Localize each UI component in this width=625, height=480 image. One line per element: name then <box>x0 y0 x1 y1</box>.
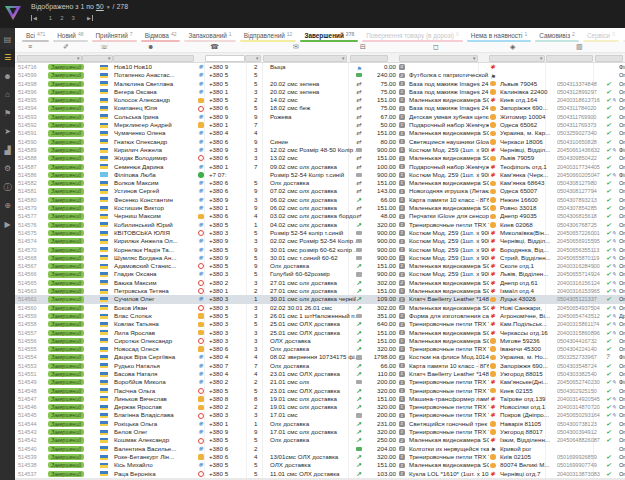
check-icon[interactable] <box>606 229 616 236</box>
table-row[interactable]: 514559 Завершений Влас Слотюк +380 5 3 2… <box>15 312 625 320</box>
column-filter-input[interactable] <box>595 55 623 63</box>
column-filter-input[interactable] <box>113 55 194 63</box>
check-icon[interactable] <box>606 80 611 87</box>
tab-Повернення товару (в дорозі)[interactable]: Повернення товару (в дорозі)0 <box>360 28 465 42</box>
location-column-icon[interactable]: ◈ <box>510 42 515 52</box>
check-icon[interactable] <box>606 312 616 319</box>
table-row[interactable]: 514592 Завершений Мерклингер Андрей +380… <box>15 121 625 129</box>
check-icon[interactable] <box>606 403 616 410</box>
check-icon[interactable] <box>606 212 611 219</box>
sidebar-media-icon[interactable]: ▤ <box>0 30 15 49</box>
table-row[interactable]: 514547 Завершений Линьков Вячеслав +380 … <box>15 395 625 403</box>
table-row[interactable]: 514558 Завершений Ковлак Татьяна +380 3 … <box>15 320 625 328</box>
table-row[interactable]: 514553 Завершений Рудько Наталья +380 7 … <box>15 362 625 370</box>
check-icon[interactable] <box>606 88 611 95</box>
check-icon[interactable] <box>606 395 616 402</box>
sidebar-clients-icon[interactable]: ☻ <box>0 67 15 86</box>
column-filter-input[interactable]: ▼ <box>82 55 113 63</box>
check-icon[interactable] <box>606 470 611 477</box>
check-icon[interactable] <box>606 146 616 153</box>
page-size-dropdown[interactable]: 50 <box>96 3 104 10</box>
check-icon[interactable] <box>606 262 616 269</box>
table-row[interactable]: 514544 Завершений Рокіцька Ольга +380 1 … <box>15 420 625 428</box>
table-row[interactable]: 514565 Завершений Баюка Максим +380 2 3 … <box>15 279 625 287</box>
table-row[interactable]: 514581 Завершений Устинов Сергей +380 6 … <box>15 187 625 195</box>
check-icon[interactable] <box>606 337 611 344</box>
table-row[interactable]: 514540 Завершений Валентина Василье... +… <box>15 445 625 453</box>
sidebar-stats-icon[interactable]: ▟ <box>0 141 15 160</box>
sidebar-finance-icon[interactable]: ⌂ <box>0 86 15 105</box>
table-row[interactable]: 514598 Завершений Малютина Светлана +380… <box>15 80 625 88</box>
table-row[interactable]: 514568 Завершений Шумляс Богдана Ан... +… <box>15 254 625 262</box>
table-row[interactable]: 514555 Завершений Новосад Олеся +380 6 3… <box>15 345 625 353</box>
tab-Сервіси[interactable]: Сервіси0 <box>581 28 621 42</box>
column-filter-input[interactable]: ▼ <box>263 55 347 63</box>
page-button[interactable]: 3 <box>72 15 75 21</box>
table-row[interactable]: 514554 Завершений Дацюк Віра Сергіївна +… <box>15 353 625 361</box>
sidebar-send-icon[interactable]: ➤ <box>0 123 15 142</box>
sidebar-settings-icon[interactable]: ⚙ <box>0 160 15 179</box>
table-row[interactable]: 514542 Завершений Кошмак Александр +380 … <box>15 436 625 444</box>
check-icon[interactable] <box>606 287 616 294</box>
check-icon[interactable] <box>606 237 616 244</box>
sidebar-web-icon[interactable]: ⊕ <box>0 197 15 216</box>
first-page-button[interactable]: ◀ <box>31 15 37 21</box>
table-row[interactable]: 514539 Завершений Роке-Бетанкурт Лін... … <box>15 453 625 461</box>
table-row[interactable]: 514575 Завершений КВІТОВСЬКА ЮЛІЯ +380 3… <box>15 229 625 237</box>
tab-Самовивіз[interactable]: Самовивіз2 <box>533 28 581 42</box>
check-icon[interactable] <box>606 279 616 286</box>
tab-Завершений[interactable]: Завершений278 <box>298 28 360 42</box>
check-icon[interactable] <box>606 461 611 468</box>
table-row[interactable]: 514594 Завершений Компанец Юля +380 6 5 … <box>15 104 625 112</box>
check-icon[interactable] <box>606 246 616 253</box>
table-row[interactable]: 514596 Завершений Вегера Оксана +380 1 3… <box>15 88 625 96</box>
table-row[interactable]: 514556 Завершений Сиротюк Олександр +380… <box>15 337 625 345</box>
check-icon[interactable] <box>606 163 611 170</box>
column-filter-input[interactable]: ▼ <box>245 55 261 63</box>
phone-column-icon[interactable]: ☎ <box>210 42 219 52</box>
check-icon[interactable] <box>606 171 616 178</box>
table-row[interactable]: 514538 Завершений Кісь Михайло +380 5 5 … <box>15 461 625 469</box>
check-icon[interactable] <box>606 270 616 277</box>
table-row[interactable]: 514587 Завершений Семенюк Дарина +380 1 … <box>15 163 625 171</box>
check-icon[interactable] <box>606 428 611 435</box>
check-icon[interactable] <box>606 353 610 360</box>
callback-icon[interactable]: ☏ <box>100 42 109 52</box>
table-row[interactable]: 514588 Завершений Жидак Володимир +380 6… <box>15 154 625 162</box>
sidebar-marketing-icon[interactable]: ⚑ <box>0 104 15 123</box>
check-icon[interactable] <box>606 113 611 120</box>
check-icon[interactable] <box>606 320 616 327</box>
check-icon[interactable] <box>606 370 611 377</box>
tab-Відмова[interactable]: Відмова42 <box>139 28 183 42</box>
bag-column-icon[interactable]: ◻ <box>433 42 439 52</box>
check-icon[interactable] <box>606 121 611 128</box>
edit-list-icon[interactable]: ✐ <box>63 42 69 52</box>
column-filter-input[interactable] <box>546 55 593 63</box>
table-row[interactable]: 514546 Завершений Держак Ярослав +380 2 … <box>15 403 625 411</box>
table-row[interactable]: 514589 Завершений Кирилич Анжела +380 9 … <box>15 146 625 154</box>
check-icon[interactable] <box>606 453 611 460</box>
last-page-button[interactable]: ▶ <box>87 15 93 21</box>
check-icon[interactable] <box>606 221 611 228</box>
tab-Нема в наявності[interactable]: Нема в наявності1 <box>465 28 533 42</box>
page-button[interactable]: 1 <box>49 15 52 21</box>
money-column-icon[interactable]: ⊟ <box>360 42 366 52</box>
table-row[interactable]: 514561 Завершений Сучилов Олег +380 3 1 … <box>15 295 625 303</box>
table-row[interactable]: 514557 Завершений Лила Ярослав +380 3 3 … <box>15 329 625 337</box>
shown-range-label[interactable]: Відображено з 1 по 50 ▼ / 278 <box>31 3 128 10</box>
app-logo-icon[interactable] <box>4 5 22 21</box>
column-filter-input[interactable] <box>205 55 245 63</box>
table-row[interactable]: 514560 Завершений Боков Иван +380 3 3 02… <box>15 304 625 312</box>
tab-В дорозі додому[interactable]: В дорозі додому <box>621 28 625 42</box>
check-icon[interactable] <box>606 436 611 443</box>
check-icon[interactable] <box>606 295 611 302</box>
column-filter-input[interactable]: ▼ <box>489 55 545 63</box>
barcode-column-icon[interactable]: ▥ <box>576 42 583 52</box>
check-icon[interactable] <box>606 420 611 427</box>
sidebar-info-icon[interactable]: ⓘ <box>0 178 15 197</box>
table-row[interactable]: 514545 Завершений Благінна Владіслава +3… <box>15 411 625 419</box>
table-row[interactable]: 514537 Завершений Раца Вероніка +380 5 5… <box>15 470 625 478</box>
check-icon[interactable] <box>606 154 611 161</box>
table-row[interactable]: 514551 Завершений Басова Наталя +380 4 4… <box>15 370 625 378</box>
check-icon[interactable] <box>606 179 611 186</box>
